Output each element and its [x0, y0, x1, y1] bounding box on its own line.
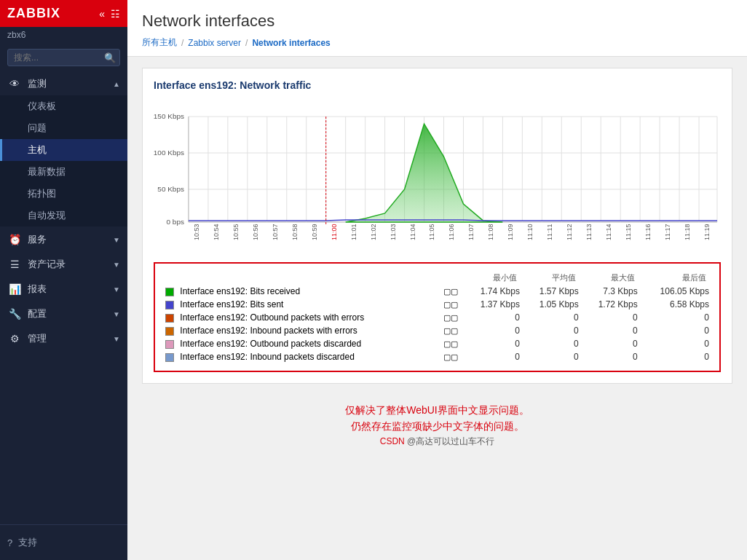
page-title: Network interfaces	[142, 12, 732, 31]
legend-row-label-2: Interface ens192: Outbound packets with …	[162, 311, 438, 324]
xlabel-1105: 11:05	[429, 224, 436, 240]
nav-section-header-config[interactable]: 🔧 配置 ▼	[0, 302, 127, 326]
nav-label-monitor: 监测	[28, 77, 113, 90]
breadcrumb-current[interactable]: Network interfaces	[252, 38, 330, 48]
support-icon: ?	[7, 537, 12, 548]
legend-min-4: 0	[464, 337, 523, 350]
legend-min-5: 0	[464, 350, 523, 363]
nav-section-services: ⏰ 服务 ▼	[0, 228, 127, 251]
xlabel-1119: 11:19	[703, 224, 711, 240]
chart-container: 150 Kbps 100 Kbps 50 Kbps 0 bps	[154, 98, 721, 259]
xlabel-1110: 11:10	[526, 224, 534, 240]
breadcrumb-sep-2: /	[245, 38, 248, 48]
legend-min-3: 0	[464, 324, 523, 337]
legend-icon-5: ▢▢	[438, 350, 465, 363]
legend-min-0: 1.74 Kbps	[464, 285, 523, 298]
nav-label-assets: 资产记录	[28, 258, 113, 271]
sidebar-item-problems[interactable]: 问题	[0, 117, 127, 139]
legend-label-text-1: Interface ens192: Bits sent	[180, 299, 283, 309]
legend-row-3: Interface ens192: Inbound packets with e…	[162, 324, 712, 337]
page-header: Network interfaces 所有主机 / Zabbix server …	[127, 0, 747, 57]
nav-section-header-reports[interactable]: 📊 报表 ▼	[0, 277, 127, 301]
nav-sub-items-monitor: 仪表板 问题 主机 最新数据 拓扑图 自动发现	[0, 95, 127, 226]
x-labels-group: 10:53 10:54 10:55 10:56 10:57 10:58 10:5…	[193, 224, 711, 240]
legend-row-2: Interface ens192: Outbound packets with …	[162, 311, 712, 324]
sidebar-item-dashboard[interactable]: 仪表板	[0, 95, 127, 117]
sidebar-search-container: 🔍	[0, 46, 127, 69]
sidebar-header-icons: « ☷	[99, 8, 120, 20]
reports-icon: 📊	[7, 283, 22, 295]
xlabel-1109: 11:09	[507, 224, 514, 240]
legend-avg-0: 1.57 Kbps	[523, 285, 582, 298]
legend-last-0: 106.05 Kbps	[641, 285, 712, 298]
legend-row-label-4: Interface ens192: Outbound packets disca…	[162, 337, 438, 350]
monitor-icon: 👁	[7, 78, 22, 90]
legend-min-2: 0	[464, 311, 523, 324]
search-input[interactable]	[7, 49, 120, 66]
legend-row-label-3: Interface ens192: Inbound packets with e…	[162, 324, 438, 337]
xlabel-1103: 11:03	[390, 224, 397, 240]
legend-icon-4: ▢▢	[438, 337, 465, 350]
collapse-icon[interactable]: «	[99, 8, 105, 20]
nav-section-header-assets[interactable]: ☰ 资产记录 ▼	[0, 253, 127, 276]
xlabel-1059: 10:59	[311, 224, 318, 240]
sidebar-item-latest[interactable]: 最新数据	[0, 161, 127, 183]
nav-section-assets: ☰ 资产记录 ▼	[0, 253, 127, 276]
legend-last-3: 0	[641, 324, 712, 337]
legend-row-0: Interface ens192: Bits received ▢▢ 1.74 …	[162, 285, 712, 298]
nav-arrow-reports: ▼	[113, 285, 120, 293]
y-label-150: 150 Kbps	[154, 112, 184, 120]
sidebar-item-topology[interactable]: 拓扑图	[0, 183, 127, 205]
support-link[interactable]: ? 支持	[7, 532, 120, 553]
legend-max-4: 0	[582, 337, 641, 350]
xlabel-1117: 11:17	[664, 224, 671, 240]
legend-header-max: 最大值	[582, 271, 641, 285]
breadcrumb-allhosts[interactable]: 所有主机	[142, 36, 177, 49]
csdn-text: @高达可以过山车不行	[407, 436, 494, 446]
nav-section-header-admin[interactable]: ⚙ 管理 ▼	[0, 327, 127, 350]
sidebar-footer: ? 支持	[0, 524, 127, 560]
config-icon: 🔧	[7, 308, 22, 320]
legend-row-1: Interface ens192: Bits sent ▢▢ 1.37 Kbps…	[162, 298, 712, 311]
legend-label-text-4: Interface ens192: Outbound packets disca…	[180, 339, 361, 349]
nav-section-monitor: 👁 监测 ▲ 仪表板 问题 主机 最新数据 拓扑图 自动发现	[0, 72, 127, 226]
assets-icon: ☰	[7, 259, 22, 270]
csdn-note: CSDN @高达可以过山车不行	[153, 435, 722, 449]
legend-last-2: 0	[641, 311, 712, 324]
xlabel-1054: 10:54	[213, 224, 220, 240]
chart-title: Interface ens192: Network traffic	[154, 79, 721, 91]
legend-icon-0: ▢▢	[438, 285, 465, 298]
legend-avg-2: 0	[523, 311, 582, 324]
nav-arrow-admin: ▼	[113, 335, 120, 343]
grid-icon[interactable]: ☷	[111, 8, 120, 20]
bottom-note: 仅解决了整体WebUI界面中文显示问题。 仍然存在监控项缺少中文字体的问题。 C…	[142, 391, 732, 460]
breadcrumb-zabbixserver[interactable]: Zabbix server	[188, 38, 241, 48]
legend-label-text-3: Interface ens192: Inbound packets with e…	[180, 326, 357, 336]
xlabel-1053: 10:53	[193, 224, 200, 240]
xlabel-1058: 10:58	[291, 224, 299, 240]
search-icon: 🔍	[104, 52, 116, 63]
legend-header-avg: 平均值	[523, 271, 582, 285]
csdn-brand: CSDN	[380, 436, 407, 446]
legend-icon-2: ▢▢	[438, 311, 465, 324]
nav-label-admin: 管理	[28, 332, 113, 345]
chart-svg: 150 Kbps 100 Kbps 50 Kbps 0 bps	[154, 98, 721, 259]
sidebar-logo: ZABBIX	[7, 6, 60, 21]
sidebar-username: zbx6	[0, 27, 127, 46]
legend-color-3	[165, 327, 174, 336]
nav-section-header-services[interactable]: ⏰ 服务 ▼	[0, 228, 127, 251]
xlabel-1112: 11:12	[566, 224, 573, 240]
xlabel-1108: 11:08	[487, 224, 494, 240]
y-label-0: 0 bps	[167, 218, 184, 226]
xlabel-1107: 11:07	[467, 224, 475, 240]
legend-label-text-2: Interface ens192: Outbound packets with …	[180, 312, 364, 323]
sidebar-item-autodiscovery[interactable]: 自动发现	[0, 205, 127, 226]
legend-header-last: 最后值	[641, 271, 712, 285]
legend-max-2: 0	[582, 311, 641, 324]
sidebar-item-hosts[interactable]: 主机	[0, 139, 127, 161]
legend-color-4	[165, 340, 174, 349]
legend-color-2	[165, 314, 174, 323]
xlabel-1057: 10:57	[272, 224, 279, 240]
nav-arrow-config: ▼	[113, 310, 120, 318]
nav-section-header-monitor[interactable]: 👁 监测 ▲	[0, 72, 127, 95]
